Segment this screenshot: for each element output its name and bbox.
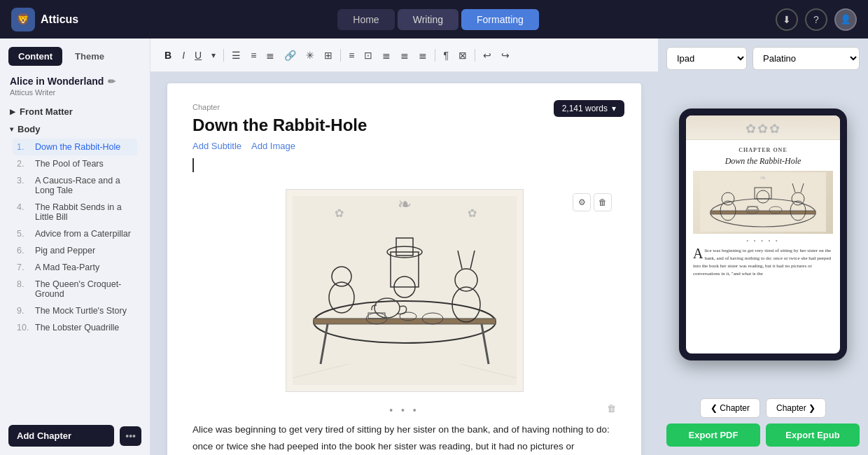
image-settings-button[interactable]: ⚙ [573, 193, 591, 211]
toolbar-separator [223, 49, 224, 62]
alice-illustration-svg: ❧ ✿ ✿ [293, 196, 517, 385]
image-delete-button[interactable]: 🗑 [594, 193, 612, 211]
chevron-down-icon: ▾ [10, 125, 13, 133]
link-button[interactable]: 🔗 [281, 48, 300, 63]
book-title-text: Alice in Wonderland [10, 76, 104, 87]
device-select[interactable]: Ipad Kindle Phone Desktop [666, 47, 747, 70]
align-left-button[interactable]: ≡ [345, 48, 358, 63]
prev-chapter-button[interactable]: ❮ Chapter [700, 398, 760, 418]
nav-center: Home Writing Formatting [101, 9, 776, 30]
text-style-dropdown[interactable]: ▾ [208, 48, 219, 62]
toolbar: B I U ▾ ☰ ≡ ≣ 🔗 ✳ ⊞ ≡ ⊡ ≣ ≣ ≣ ¶ ⊠ ↩ ↪ [150, 38, 658, 72]
list-item[interactable]: 10. The Lobster Quadrille [13, 319, 137, 336]
section-separator: • • • 🗑 [192, 399, 616, 421]
editor-scroll[interactable]: 2,141 words ▾ Chapter Down the Rabbit-Ho… [150, 72, 658, 455]
underline-button[interactable]: U [191, 48, 205, 63]
word-count-arrow: ▾ [612, 104, 616, 113]
section-delete-button[interactable]: 🗑 [607, 403, 616, 414]
chapter-label: Chapter [192, 103, 616, 111]
list-item[interactable]: 1. Down the Rabbit-Hole [13, 139, 137, 155]
logo: 🦁 Atticus [11, 8, 78, 31]
list-item[interactable]: 2. The Pool of Tears [13, 155, 137, 172]
front-matter-header[interactable]: ▶ Front Matter [10, 106, 140, 117]
table-button[interactable]: ⊞ [321, 48, 336, 63]
numbered-list-button[interactable]: ≡ [247, 48, 260, 63]
nav-home-button[interactable]: Home [337, 9, 394, 30]
nav-writing-button[interactable]: Writing [398, 9, 458, 30]
bold-button[interactable]: B [160, 48, 176, 63]
indent-button[interactable]: ≣ [262, 48, 278, 63]
tablet-text-block: A lice was beginning to get very tired o… [693, 247, 833, 279]
chapter-num: 7. [17, 262, 31, 272]
chapter-num: 4. [17, 202, 31, 222]
book-author: Atticus Writer [10, 88, 140, 97]
edit-icon[interactable]: ✏ [108, 76, 115, 87]
book-title-section: Alice in Wonderland ✏ Atticus Writer [0, 66, 150, 99]
chapter-num: 6. [17, 246, 31, 255]
device-preview: ✿✿✿ Chapter One Down the Rabbit-Hole [666, 77, 860, 391]
body-label: Body [18, 124, 41, 134]
add-chapter-options-button[interactable]: ••• [120, 426, 141, 446]
export-pdf-button[interactable]: Export PDF [666, 424, 760, 447]
toolbar-separator-2 [340, 49, 341, 62]
list-item[interactable]: 3. A Caucus-Race and a Long Tale [13, 172, 137, 199]
export-buttons: Export PDF Export Epub [666, 424, 860, 447]
italic-button[interactable]: I [178, 48, 188, 63]
next-chapter-button[interactable]: Chapter ❯ [766, 398, 826, 418]
tablet-header-decoration: ✿✿✿ [686, 115, 840, 140]
tablet-illustration: ❧ [693, 171, 833, 234]
chapter-title: Pig and Pepper [35, 246, 95, 255]
align-justify-button[interactable]: ≣ [397, 48, 412, 63]
avatar[interactable]: 👤 [834, 8, 857, 31]
align-extra-button[interactable]: ≣ [415, 48, 430, 63]
help-button[interactable]: ? [805, 8, 827, 31]
sidebar-tabs: Content Theme [0, 38, 150, 66]
add-image-link[interactable]: Add Image [251, 141, 295, 151]
list-item[interactable]: 6. Pig and Pepper [13, 242, 137, 259]
illustration-container: ❧ ✿ ✿ [286, 189, 524, 392]
nav-formatting-button[interactable]: Formatting [461, 9, 539, 30]
cursor-line [192, 158, 194, 172]
editor-document: 2,141 words ▾ Chapter Down the Rabbit-Ho… [167, 83, 641, 455]
svg-text:✿: ✿ [468, 207, 477, 219]
chapter-num: 3. [17, 176, 31, 195]
list-item[interactable]: 5. Advice from a Caterpillar [13, 225, 137, 242]
list-item[interactable]: 7. A Mad Tea-Party [13, 259, 137, 276]
download-button[interactable]: ⬇ [776, 8, 798, 31]
editor-image-block: ❧ ✿ ✿ ⚙ 🗑 [192, 189, 616, 392]
chevron-right-icon: ▶ [10, 108, 15, 115]
tab-theme[interactable]: Theme [65, 47, 114, 66]
svg-rect-0 [293, 196, 517, 385]
word-count-badge[interactable]: 2,141 words ▾ [554, 100, 624, 117]
front-matter-section: ▶ Front Matter [0, 99, 150, 120]
tab-content[interactable]: Content [8, 47, 62, 66]
add-subtitle-link[interactable]: Add Subtitle [192, 141, 241, 151]
align-right-button[interactable]: ≣ [379, 48, 394, 63]
chapter-title-main[interactable]: Down the Rabbit-Hole [192, 115, 616, 135]
word-count-text: 2,141 words [562, 104, 608, 113]
svg-rect-27 [710, 211, 816, 214]
export-epub-button[interactable]: Export Epub [766, 424, 860, 447]
redo-button[interactable]: ↪ [498, 48, 513, 63]
font-select[interactable]: Palatino Georgia Times New Roman Arial [752, 47, 860, 70]
toolbar-separator-4 [475, 49, 475, 62]
list-item[interactable]: 9. The Mock Turtle's Story [13, 302, 137, 319]
chapter-num: 9. [17, 306, 31, 316]
tablet-content: Chapter One Down the Rabbit-Hole [686, 140, 840, 283]
top-nav: 🦁 Atticus Home Writing Formatting ⬇ ? 👤 [0, 0, 868, 38]
columns-button[interactable]: ⊠ [455, 48, 470, 63]
list-item[interactable]: 8. The Queen's Croquet-Ground [13, 276, 137, 302]
paragraph-button[interactable]: ¶ [440, 48, 452, 63]
body-header[interactable]: ▾ Body [10, 124, 140, 134]
chapter-title: Advice from a Caterpillar [35, 229, 131, 239]
body-section: ▾ Body 1. Down the Rabbit-Hole 2. The Po… [0, 120, 150, 339]
special-char-button[interactable]: ✳ [302, 48, 318, 63]
undo-button[interactable]: ↩ [479, 48, 495, 63]
svg-text:✿: ✿ [335, 207, 344, 219]
bullet-list-button[interactable]: ☰ [228, 48, 244, 63]
body-paragraph-1[interactable]: Alice was beginning to get very tired of… [192, 421, 616, 455]
sidebar: Content Theme Alice in Wonderland ✏ Atti… [0, 38, 150, 455]
add-chapter-button[interactable]: Add Chapter [8, 425, 114, 447]
align-center-button[interactable]: ⊡ [360, 48, 376, 63]
list-item[interactable]: 4. The Rabbit Sends in a Little Bill [13, 199, 137, 225]
